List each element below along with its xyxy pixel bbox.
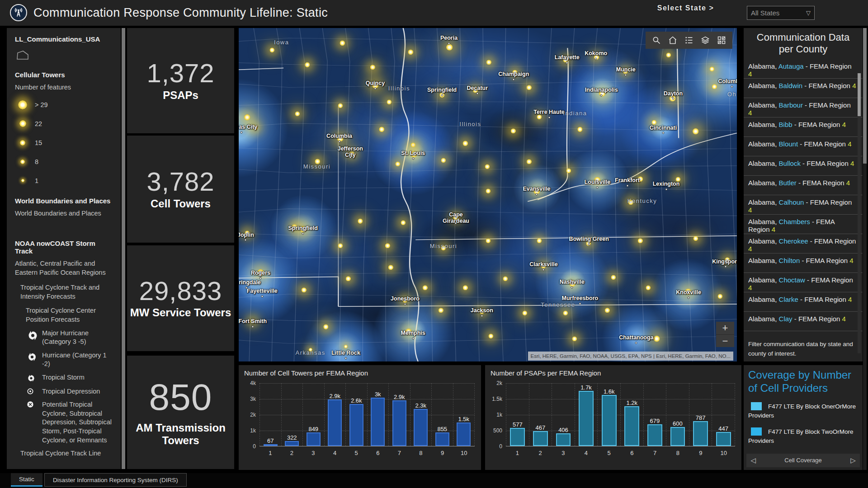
bar[interactable]: 1.2k: [624, 406, 639, 446]
city-dot: [672, 98, 674, 100]
cell-tower-dot: [300, 226, 307, 233]
city-dot: [571, 286, 573, 289]
bar[interactable]: 600: [670, 427, 685, 446]
search-icon[interactable]: [650, 33, 663, 47]
x-tick-label: 1: [259, 446, 281, 457]
tower-glow-dot-icon: [19, 120, 26, 127]
county-row[interactable]: Alabama, Bullock - FEMA Region 4: [744, 156, 863, 176]
county-row[interactable]: Alabama, Chambers - FEMA Region 4: [744, 215, 863, 234]
feature-class-row: 8: [18, 157, 114, 166]
tab-static[interactable]: Static: [11, 473, 42, 487]
county-row[interactable]: Alabama, Clay - FEMA Region 4: [744, 312, 863, 331]
x-tick-label: 4: [324, 446, 346, 457]
bar-cell: 2.6k: [345, 383, 367, 446]
state-dropdown[interactable]: All States ▽: [747, 6, 815, 20]
county-row[interactable]: Alabama, Baldwin - FEMA Region 4: [744, 79, 863, 98]
legend-icon[interactable]: [682, 33, 696, 47]
bar-value-label: 67: [267, 437, 274, 444]
county-row[interactable]: Alabama, Bibb - FEMA Region 4: [744, 117, 863, 137]
bar[interactable]: 322: [285, 441, 299, 446]
app-logo-radio-tower-icon: [10, 4, 27, 21]
county-row[interactable]: Alabama, Barbour - FEMA Region 4: [744, 98, 863, 117]
storm-track-group: Tropical Cyclone Track and Intensity For…: [20, 283, 114, 301]
chart-plot-area: 5774674061.7k1.6k1.2k679600787447: [506, 383, 735, 446]
cell-tower-dot: [653, 336, 660, 343]
cell-towers-chart-title: Number of Cell Towers per FEMA Region: [239, 365, 481, 377]
city-dot: [412, 338, 414, 340]
x-tick-label: 7: [643, 446, 666, 457]
bar[interactable]: 2.6k: [349, 404, 363, 446]
bar[interactable]: 447: [716, 432, 731, 446]
bar[interactable]: 855: [435, 432, 449, 446]
storm-track-subgroup: Tropical Cyclone Center Position Forecas…: [26, 306, 114, 324]
polygon-outline-icon: [16, 49, 29, 61]
mw-service-towers-count: 29,833: [139, 277, 222, 305]
county-row[interactable]: Alabama, Calhoun - FEMA Region 4: [744, 195, 863, 215]
bar[interactable]: 849: [307, 432, 321, 446]
home-icon[interactable]: [666, 33, 679, 47]
county-row[interactable]: Alabama, Cherokee - FEMA Region 4: [744, 234, 863, 253]
tower-glow-dot-icon: [18, 100, 27, 109]
tab-dirs[interactable]: Disaster Information Reporting System (D…: [44, 473, 187, 487]
bar[interactable]: 1.7k: [579, 391, 594, 446]
bar[interactable]: 679: [647, 424, 662, 446]
legend-sidebar: LL_Communications_USA Cellular Towers Nu…: [7, 28, 121, 469]
cell-tower-dot: [692, 128, 699, 135]
bar[interactable]: 2.9k: [392, 400, 406, 446]
county-panel-title: Communication Data per County: [744, 28, 863, 59]
sidebar-scrollbar[interactable]: [122, 28, 125, 469]
coverage-map[interactable]: IowaPeoriaKokomoLafayetteMuncieChampaign…: [239, 28, 737, 361]
county-row[interactable]: Alabama, Butler - FEMA Region 4: [744, 176, 863, 195]
bar[interactable]: 577: [510, 428, 525, 446]
storm-legend-item: Tropical Storm: [27, 373, 114, 383]
coverage-legend-panel: Coverage by Number of Cell Providers F47…: [744, 365, 863, 470]
layers-icon[interactable]: [698, 33, 712, 47]
zoom-out-button[interactable]: −: [716, 334, 734, 347]
county-filter-note: Filter communication data by state and c…: [748, 340, 854, 359]
x-tick-label: 3: [302, 446, 324, 457]
basemap-icon[interactable]: [715, 33, 728, 47]
bar-cell: 2.9k: [324, 383, 346, 446]
bar[interactable]: 3k: [371, 398, 385, 446]
am-transmission-towers-count: 850: [149, 378, 212, 417]
bar[interactable]: 1.5k: [457, 422, 471, 446]
pager-right-arrow-icon[interactable]: ▷: [846, 454, 860, 467]
bar-cell: 849: [302, 383, 324, 446]
bar[interactable]: 406: [556, 433, 571, 446]
county-list-scrollbar-thumb[interactable]: [858, 73, 861, 116]
bar-value-label: 467: [536, 424, 546, 431]
right-panel-scrollbar[interactable]: [863, 28, 867, 470]
y-tick-label: 1.5k: [492, 396, 502, 402]
bar[interactable]: 787: [693, 421, 708, 446]
county-row[interactable]: Alabama, Choctaw - FEMA Region 4: [744, 273, 863, 292]
bar-cell: 679: [643, 383, 666, 446]
map-boundary-lines: [239, 28, 737, 361]
hurricane-icon: [27, 374, 42, 383]
city-dot: [626, 185, 628, 187]
city-dot: [448, 42, 450, 44]
county-row[interactable]: Alabama, Blount - FEMA Region 4: [744, 137, 863, 156]
feature-class-row: > 29: [18, 100, 114, 109]
x-tick-label: 8: [666, 446, 689, 457]
x-tick-label: 4: [575, 446, 598, 457]
bar[interactable]: 467: [533, 431, 548, 446]
bar-cell: 600: [666, 383, 689, 446]
county-row[interactable]: Alabama, Chilton - FEMA Region 4: [744, 253, 863, 273]
bar[interactable]: 2.9k: [328, 399, 342, 446]
cell-towers-chart-panel: Number of Cell Towers per FEMA Region 4k…: [239, 365, 481, 470]
city-dot: [542, 269, 545, 271]
sidebar-scrollbar-thumb[interactable]: [122, 28, 125, 469]
bar-value-label: 406: [558, 427, 568, 433]
county-list-scrollbar[interactable]: [858, 73, 861, 353]
bar-value-label: 2.9k: [394, 394, 405, 400]
bar[interactable]: 1.6k: [602, 395, 617, 446]
zoom-in-button[interactable]: +: [716, 322, 734, 334]
bar[interactable]: 2.3k: [414, 409, 428, 446]
county-row[interactable]: Alabama, Autauga - FEMA Region 4: [744, 59, 863, 79]
county-row[interactable]: Alabama, Clarke - FEMA Region 4: [744, 292, 863, 312]
city-dot: [245, 239, 247, 241]
bar[interactable]: 67: [264, 444, 278, 446]
right-panel-scrollbar-thumb[interactable]: [863, 28, 867, 164]
feature-class-label: 8: [35, 158, 38, 165]
bar-value-label: 787: [696, 414, 706, 421]
